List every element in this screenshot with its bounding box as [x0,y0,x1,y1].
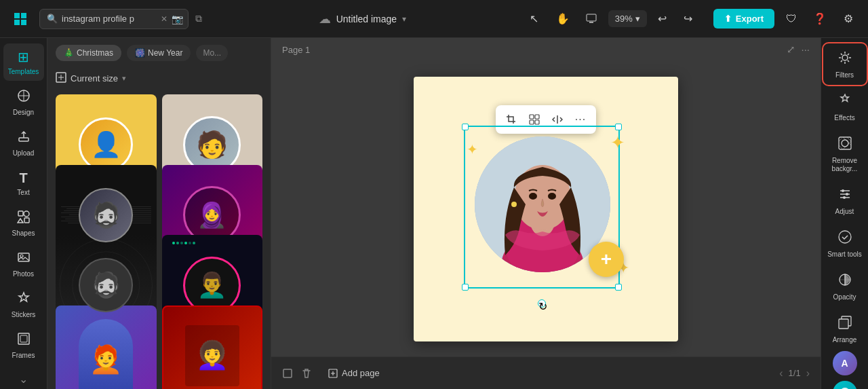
right-item-opacity[interactable]: Opacity [823,265,867,307]
ai-assistant-button[interactable] [833,381,857,389]
svg-point-34 [846,193,848,196]
export-button[interactable]: ⬆ Export [713,9,774,29]
header-right: ⬆ Export 🛡 ❓ ⚙ [713,7,860,31]
right-item-filters[interactable]: Filters [823,43,867,85]
svg-rect-7 [18,253,29,261]
template-item[interactable]: 👩‍🦱 [162,305,263,390]
expand-icon[interactable]: ⤢ [787,43,795,56]
canvas-header: Page 1 ⤢ ··· [271,38,821,61]
right-item-arrange[interactable]: Arrange [823,308,867,350]
size-filter[interactable]: Current size ▾ [47,68,271,89]
sidebar-item-photos[interactable]: Photos [3,245,44,283]
svg-rect-6 [24,218,29,223]
frames-icon [17,332,31,349]
remove-bg-label: Remove backgr... [826,157,864,173]
svg-point-26 [548,193,556,200]
rotate-handle[interactable]: ↻ [538,299,546,308]
opacity-label: Opacity [833,293,856,301]
page-label: Page 1 [282,45,310,55]
christmas-label: Christmas [77,48,113,58]
sidebar-item-shapes[interactable]: Shapes [3,204,44,242]
template-grid: 👤 🧑 + [47,89,271,389]
shapes-icon [17,210,31,227]
svg-rect-9 [18,333,29,344]
adjust-label: Adjust [835,208,854,216]
sidebar-item-frames[interactable]: Frames [3,327,44,365]
shield-icon-button[interactable]: 🛡 [780,7,803,31]
svg-marker-5 [18,219,23,223]
add-content-button[interactable]: + [589,242,624,277]
next-page-button[interactable]: › [806,367,810,379]
handle-top-right[interactable] [615,124,622,130]
photos-label: Photos [13,270,34,278]
sidebar-item-text[interactable]: T Text [3,165,44,202]
svg-point-35 [843,196,846,199]
filter-icon[interactable]: ⧉ [195,13,202,24]
user-avatar[interactable]: A [833,351,857,375]
settings-icon-button[interactable]: ⚙ [837,7,860,31]
arrange-icon [837,315,852,333]
smart-tools-icon [837,229,852,248]
sidebar-item-design[interactable]: Design [3,84,44,122]
toolbar-center: ↖ ✋ 39% ▾ ↩ ↪ [523,7,698,31]
stickers-label: Stickers [12,311,36,318]
star-decoration-2: ✦ [610,132,625,153]
undo-button[interactable]: ↩ [652,9,673,29]
clear-search-icon[interactable]: ✕ [161,14,167,24]
svg-point-27 [511,202,517,207]
right-item-effects[interactable]: Effects [823,86,867,128]
tab-new-year[interactable]: 🎆 New Year [127,45,191,61]
hand-tool-button[interactable]: ✋ [551,7,574,31]
svg-point-33 [842,189,844,192]
delete-page-button[interactable] [282,368,293,379]
filters-icon [837,50,852,69]
svg-point-4 [24,211,29,217]
right-bottom: A [833,351,857,389]
size-filter-label: Current size [71,73,118,84]
more-options-icon[interactable]: ··· [801,43,810,56]
redo-button[interactable]: ↪ [678,9,698,29]
handle-bottom-right[interactable] [615,284,622,291]
help-icon-button[interactable]: ❓ [808,7,831,31]
sidebar-item-templates[interactable]: ⊞ Templates [3,43,44,81]
pointer-tool-button[interactable]: ↖ [523,7,546,31]
handle-bottom-left[interactable] [462,284,469,291]
right-item-adjust[interactable]: Adjust [823,180,867,221]
svg-point-8 [20,255,23,257]
device-preview-button[interactable] [580,7,603,31]
trash-button[interactable] [301,368,312,379]
templates-label: Templates [8,68,39,75]
svg-point-30 [842,55,848,60]
sidebar-item-stickers[interactable]: Stickers [3,286,44,324]
opacity-icon [837,272,852,291]
cloud-icon: ☁ [319,12,331,26]
more-label: Mo... [203,48,221,58]
collapse-nav-button[interactable]: ⌄ [3,367,44,389]
template-item[interactable]: 🧑‍🦰 [56,305,157,390]
prev-page-button[interactable]: ‹ [779,367,783,379]
svg-rect-0 [587,14,596,21]
search-input[interactable] [62,14,157,24]
text-label: Text [17,189,29,196]
logo-button[interactable] [8,7,33,31]
svg-rect-17 [530,120,534,124]
title-chevron-icon[interactable]: ▾ [402,14,406,24]
camera-search-icon[interactable]: 📷 [172,14,183,24]
svg-rect-38 [839,319,848,329]
upload-icon [17,130,31,147]
tab-more[interactable]: Mo... [196,45,228,61]
left-nav: ⊞ Templates Design Upload T Text Shapes [0,38,47,389]
handle-top-left[interactable] [462,124,469,130]
tab-christmas[interactable]: 🎄 Christmas [56,45,121,61]
right-item-remove-bg[interactable]: Remove backgr... [823,129,867,179]
sidebar-item-upload[interactable]: Upload [3,124,44,162]
canvas-viewport: ··· ↻ ✦ ✦ ✦ [271,61,821,356]
document-title: Untitled image [336,14,397,24]
add-page-button[interactable]: Add page [320,364,388,382]
right-item-smart-tools[interactable]: Smart tools [823,223,867,264]
zoom-control[interactable]: 39% ▾ [608,10,647,27]
shapes-label: Shapes [12,229,35,237]
svg-point-25 [529,193,537,200]
templates-icon: ⊞ [18,49,29,65]
export-label: Export [736,14,764,24]
